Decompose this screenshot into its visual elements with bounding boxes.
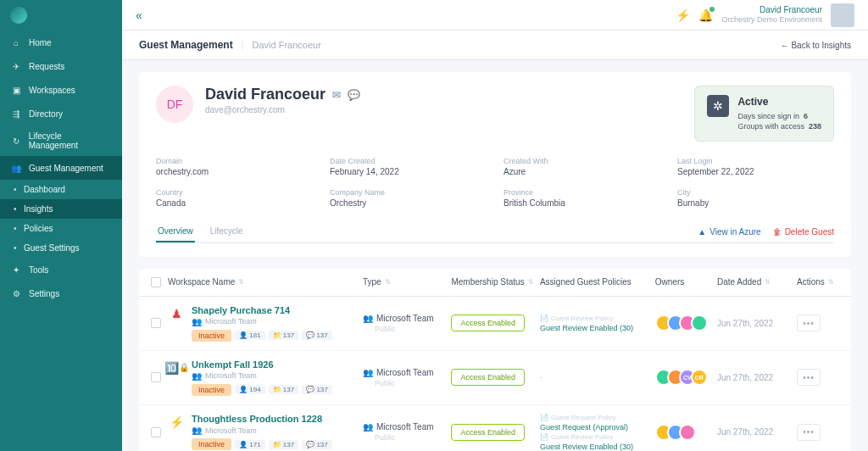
status-title: Active xyxy=(737,95,821,109)
bolt-icon[interactable]: ⚡ xyxy=(676,8,690,22)
back-to-insights-link[interactable]: ← Back to Insights xyxy=(781,41,851,50)
stat-chip: 📁 137 xyxy=(269,440,299,449)
info-label: Date Created xyxy=(330,157,487,165)
home-icon: ⌂ xyxy=(10,36,22,48)
row-checkbox[interactable] xyxy=(151,427,161,437)
tree-icon: ⇶ xyxy=(10,108,22,120)
info-value: Orchestry xyxy=(330,198,487,208)
workspace-link[interactable]: Unkempt Fall 1926 xyxy=(192,359,332,370)
owner-avatar[interactable] xyxy=(679,424,696,441)
nav-home[interactable]: ⌂Home xyxy=(0,31,122,54)
workspace-icon: ⚡ xyxy=(168,414,185,431)
th-type[interactable]: Type⇅ xyxy=(363,277,452,287)
owner-avatar[interactable]: CR xyxy=(691,369,708,386)
stat-chip: 📁 137 xyxy=(269,331,299,340)
info-value: September 22, 2022 xyxy=(677,167,834,176)
th-workspace-name[interactable]: Workspace Name⇅ xyxy=(168,277,363,287)
users-icon: 👥 xyxy=(10,162,22,174)
collapse-sidebar-button[interactable]: « xyxy=(136,8,142,22)
bell-icon[interactable]: 🔔 xyxy=(698,8,713,22)
logo[interactable] xyxy=(0,0,122,31)
inactive-badge: Inactive xyxy=(192,330,231,342)
info-value: British Columbia xyxy=(504,198,660,208)
stat-chip: 💬 137 xyxy=(302,385,332,394)
info-label: Country xyxy=(156,188,313,197)
mail-icon[interactable]: ✉ xyxy=(332,89,341,101)
view-in-azure-link[interactable]: ▲View in Azure xyxy=(698,221,760,242)
policy-icon: 📄 xyxy=(540,433,548,441)
avatar[interactable] xyxy=(831,3,854,27)
row-checkbox[interactable] xyxy=(151,318,161,328)
status-badge: Access Enabled xyxy=(451,315,525,331)
info-value: Burnaby xyxy=(677,198,834,208)
nav-guest-settings[interactable]: Guest Settings xyxy=(0,238,122,258)
profile-email: dave@orchestry.com xyxy=(205,105,360,114)
info-label: Last Login xyxy=(677,157,834,165)
nav-workspaces[interactable]: ▣Workspaces xyxy=(0,78,122,102)
row-actions-button[interactable]: ••• xyxy=(797,424,821,441)
date-added: Jun 27th, 2022 xyxy=(717,319,797,328)
nav-directory[interactable]: ⇶Directory xyxy=(0,102,122,125)
workspace-table: Workspace Name⇅ Type⇅ Membership Status⇅… xyxy=(139,269,851,451)
user-name: David Francoeur xyxy=(760,5,822,15)
breadcrumb: Guest Management | David Francoeur ← Bac… xyxy=(122,31,868,60)
nav-lifecycle[interactable]: ↻Lifecycle Management xyxy=(0,125,122,156)
sidebar: ⌂Home ✈Requests ▣Workspaces ⇶Directory ↻… xyxy=(0,0,122,451)
nav-requests[interactable]: ✈Requests xyxy=(0,54,122,78)
delete-guest-link[interactable]: 🗑Delete Guest xyxy=(773,221,834,242)
info-value: Canada xyxy=(156,198,313,208)
workspace-icon: ♟ xyxy=(168,305,185,322)
select-all-checkbox[interactable] xyxy=(151,277,161,287)
info-value: February 14, 2022 xyxy=(330,167,487,176)
nav-policies[interactable]: Policies xyxy=(0,219,122,238)
refresh-icon: ↻ xyxy=(10,135,22,147)
stat-chip: 💬 137 xyxy=(302,331,332,340)
topbar: « ⚡ 🔔 David Francoeur Orchestry Demo Env… xyxy=(122,0,868,31)
teams-icon: 👥 xyxy=(363,368,373,377)
info-grid: Domainorchestry.comDate CreatedFebruary … xyxy=(156,157,834,208)
policy-link[interactable]: Guest Request (Approval) xyxy=(540,423,655,432)
info-value: orchestry.com xyxy=(156,167,313,176)
inactive-badge: Inactive xyxy=(192,384,231,396)
nav-insights[interactable]: Insights xyxy=(0,199,122,219)
th-status[interactable]: Membership Status⇅ xyxy=(451,277,540,287)
owner-avatar[interactable] xyxy=(691,315,708,331)
teams-icon: 👥 xyxy=(363,422,373,432)
policy-link[interactable]: Guest Review Enabled (30) xyxy=(540,443,655,451)
stat-chip: 👤 181 xyxy=(235,331,265,340)
row-actions-button[interactable]: ••• xyxy=(797,369,821,386)
date-added: Jun 27th, 2022 xyxy=(717,427,797,437)
row-actions-button[interactable]: ••• xyxy=(797,315,821,331)
table-header: Workspace Name⇅ Type⇅ Membership Status⇅… xyxy=(139,269,851,297)
row-checkbox[interactable] xyxy=(151,372,161,382)
table-row: ⚡Thoughtless Production 1228👥Microsoft T… xyxy=(139,405,851,451)
nav-tools[interactable]: ✦Tools xyxy=(0,258,122,281)
wand-icon: ✦ xyxy=(10,264,22,276)
info-label: Province xyxy=(504,188,660,197)
th-owners: Owners xyxy=(655,277,717,287)
teams-icon: 👥 xyxy=(192,317,202,326)
policy-link[interactable]: Guest Review Enabled (30) xyxy=(540,324,655,332)
workspace-link[interactable]: Shapely Purchase 714 xyxy=(192,305,332,315)
trash-icon: 🗑 xyxy=(773,227,782,237)
stat-chip: 💬 137 xyxy=(302,440,332,449)
tab-lifecycle[interactable]: Lifecycle xyxy=(209,221,245,242)
workspace-link[interactable]: Thoughtless Production 1228 xyxy=(192,414,332,424)
nav-settings[interactable]: ⚙Settings xyxy=(0,281,122,305)
nav-guest-management[interactable]: 👥Guest Management xyxy=(0,156,122,180)
th-date[interactable]: Date Added⇅ xyxy=(717,277,797,287)
profile-name: David Francoeur✉💬 xyxy=(205,86,360,103)
chat-icon[interactable]: 💬 xyxy=(348,89,360,101)
profile-avatar: DF xyxy=(156,86,193,123)
gear-icon: ⚙ xyxy=(10,287,22,299)
th-policies: Assigned Guest Policies xyxy=(540,277,655,287)
user-env: Orchestry Demo Environment xyxy=(721,15,822,25)
info-value: Azure xyxy=(504,167,660,176)
tab-overview[interactable]: Overview xyxy=(156,221,195,242)
stat-chip: 👤 171 xyxy=(235,440,265,449)
crumb-main: Guest Management xyxy=(139,39,233,51)
teams-icon: 👥 xyxy=(363,314,373,323)
nav-dashboard[interactable]: Dashboard xyxy=(0,180,122,199)
user-menu[interactable]: David Francoeur Orchestry Demo Environme… xyxy=(721,5,822,25)
stat-chip: 📁 137 xyxy=(269,385,299,394)
